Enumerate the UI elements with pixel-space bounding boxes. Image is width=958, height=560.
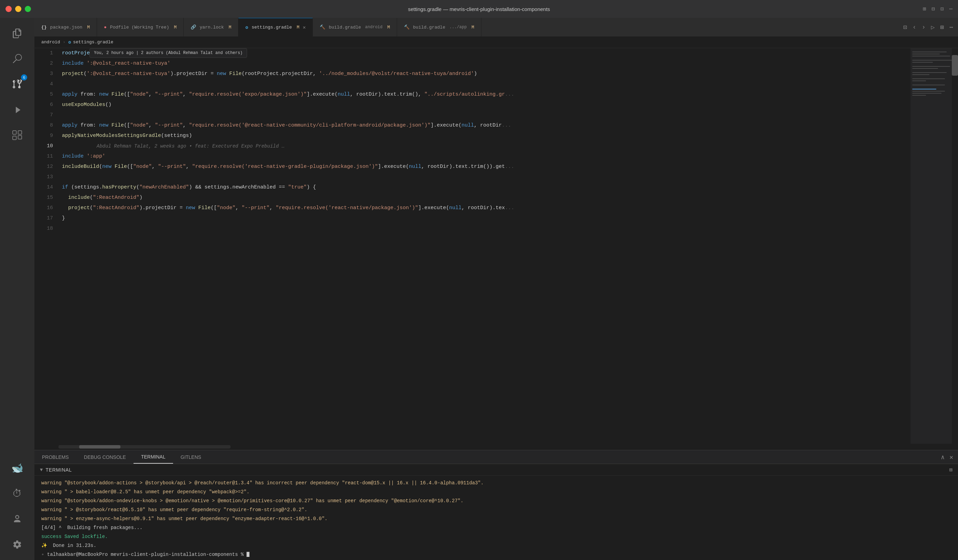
- vertical-scrollbar[interactable]: [952, 48, 958, 444]
- code-line-13: [62, 172, 910, 182]
- svg-rect-8: [912, 72, 947, 73]
- customize-icon[interactable]: ⋯: [949, 5, 953, 13]
- svg-rect-10: [912, 78, 945, 79]
- more-icon[interactable]: ⋯: [948, 22, 955, 32]
- next-icon[interactable]: ›: [920, 22, 927, 32]
- terminal-header: ▼ TERMINAL ⊞: [35, 464, 958, 476]
- code-line-4: [62, 79, 910, 89]
- tab-label-build-gradle-app: build.gradle: [413, 25, 445, 30]
- svg-rect-16: [912, 95, 926, 96]
- tab-modified-settings-gradle: M: [297, 25, 300, 30]
- extensions-icon[interactable]: [5, 123, 29, 147]
- tab-build-gradle-android[interactable]: 🔨 build.gradle android M: [313, 18, 397, 36]
- split-view-icon[interactable]: ⊞: [939, 22, 945, 32]
- tab-yarnlock[interactable]: 🔗 yarn.lock M: [184, 18, 238, 36]
- terminal-line-3: warning "@storybook/addon-ondevice-knobs…: [41, 496, 951, 505]
- h-scrollbar-thumb[interactable]: [79, 445, 121, 449]
- tab-terminal[interactable]: TERMINAL: [133, 450, 173, 464]
- terminal-line-2: warning " > babel-loader@8.2.5" has unme…: [41, 487, 951, 496]
- svg-rect-3: [912, 56, 950, 56]
- tab-debug-console-label: DEBUG CONSOLE: [84, 454, 126, 460]
- tabs-bar: {} package.json M ● Podfile (Working Tre…: [35, 18, 958, 36]
- window-title: settings.gradle — mevris-client-plugin-i…: [408, 6, 550, 12]
- scrollbar-thumb[interactable]: [952, 55, 958, 76]
- svg-rect-9: [912, 74, 929, 75]
- code-content[interactable]: rootProject.name = 'Mevris Installation …: [59, 48, 910, 444]
- line-num-6: 6: [35, 100, 53, 110]
- tab-close-settings-gradle[interactable]: ✕: [303, 24, 306, 30]
- run-debug-icon[interactable]: [5, 98, 29, 122]
- settings-icon[interactable]: [5, 533, 29, 557]
- terminal-title: TERMINAL: [45, 467, 71, 473]
- svg-rect-2: [912, 54, 940, 54]
- activity-bar-bottom: 🐋 ⏱: [5, 456, 29, 560]
- explorer-icon[interactable]: [5, 21, 29, 46]
- line-num-16: 16: [35, 203, 53, 213]
- tab-icon-podfile: ●: [104, 25, 107, 30]
- code-line-11: include ':app': [62, 151, 910, 162]
- layout-icon[interactable]: ⊞: [923, 5, 926, 13]
- horizontal-scrollbar[interactable]: [35, 444, 958, 450]
- panel-icon[interactable]: ⊡: [941, 5, 944, 13]
- account-icon[interactable]: [5, 507, 29, 531]
- timeline-icon[interactable]: ⏱: [5, 482, 29, 506]
- maximize-button[interactable]: [25, 6, 31, 12]
- prev-icon[interactable]: ‹: [911, 22, 918, 32]
- tab-icon-build-gradle-app: 🔨: [404, 24, 409, 30]
- tab-icon-yarnlock: 🔗: [190, 24, 196, 30]
- svg-rect-13: [912, 89, 936, 89]
- panel-maximize-icon[interactable]: ∧: [941, 453, 945, 461]
- docker-icon[interactable]: 🐋: [5, 456, 29, 480]
- tab-gitlens[interactable]: GITLENS: [173, 450, 209, 464]
- settings-gradle-icon: ⚙: [68, 40, 71, 45]
- split-editor-icon[interactable]: ⊡: [902, 22, 909, 32]
- line-num-11: 11: [35, 151, 53, 162]
- svg-rect-7: [912, 68, 938, 69]
- titlebar: settings.gradle — mevris-client-plugin-i…: [0, 0, 958, 18]
- blame-tooltip-text: You, 2 hours ago | 2 authors (Abdul Rehm…: [94, 51, 243, 55]
- breadcrumb-filename: settings.gradle: [73, 40, 113, 45]
- panel: PROBLEMS DEBUG CONSOLE TERMINAL GITLENS …: [35, 450, 958, 560]
- tab-label-podfile: Podfile (Working Tree): [110, 25, 169, 30]
- breadcrumb-android[interactable]: android: [41, 40, 60, 45]
- tab-package-json[interactable]: {} package.json M: [35, 18, 97, 36]
- close-button[interactable]: [5, 6, 12, 12]
- minimap-canvas: [910, 48, 952, 444]
- code-line-6: useExpoModules(): [62, 100, 910, 110]
- tab-problems[interactable]: PROBLEMS: [35, 450, 76, 464]
- tab-icon-build-gradle-android: 🔨: [320, 24, 325, 30]
- code-line-5: apply from: new File(["node", "--print",…: [62, 89, 910, 100]
- line-num-7: 7: [35, 110, 53, 120]
- tab-problems-label: PROBLEMS: [42, 454, 69, 460]
- source-control-icon[interactable]: 6: [5, 72, 29, 96]
- tab-terminal-label: TERMINAL: [141, 454, 165, 460]
- code-line-14: if (settings.hasProperty("newArchEnabled…: [62, 182, 910, 193]
- code-line-15: include(":ReactAndroid"): [62, 193, 910, 203]
- breadcrumb-settings-gradle[interactable]: ⚙ settings.gradle: [68, 40, 113, 45]
- h-scrollbar-track: [59, 445, 230, 449]
- panel-close-icon[interactable]: ✕: [949, 453, 953, 461]
- play-icon[interactable]: ▷: [929, 22, 936, 32]
- terminal-collapse-icon[interactable]: ▼: [40, 467, 43, 473]
- tab-label-settings-gradle: settings.gradle: [252, 25, 292, 30]
- code-editor[interactable]: 1 2 3 4 5 6 7 8 9 10 11 12 13 14 15 16 1: [35, 48, 958, 444]
- terminal-expand-icon[interactable]: ⊞: [949, 467, 953, 473]
- tab-podfile[interactable]: ● Podfile (Working Tree) M: [97, 18, 184, 36]
- svg-rect-0: [910, 48, 952, 444]
- tab-build-gradle-app[interactable]: 🔨 build.gradle .../app M: [397, 18, 481, 36]
- minimize-button[interactable]: [15, 6, 21, 12]
- svg-rect-6: [912, 66, 950, 67]
- tabs-actions: ⊡ ‹ › ▷ ⊞ ⋯: [898, 18, 958, 36]
- tab-modified-podfile: M: [174, 25, 177, 30]
- line-num-3: 3: [35, 69, 53, 79]
- line-num-5: 5: [35, 89, 53, 100]
- tab-debug-console[interactable]: DEBUG CONSOLE: [76, 450, 133, 464]
- split-icon[interactable]: ⊟: [931, 5, 935, 13]
- search-sidebar-icon[interactable]: [5, 47, 29, 71]
- terminal-line-6: [4/4] ^ Building fresh packages...: [41, 523, 951, 532]
- tab-settings-gradle[interactable]: ⚙ settings.gradle M ✕: [238, 18, 313, 36]
- line-num-9: 9: [35, 131, 53, 141]
- tab-icon-package-json: {}: [41, 25, 47, 30]
- tab-modified-yarnlock: M: [229, 25, 232, 30]
- terminal-content[interactable]: warning "@storybook/addon-actions > @sto…: [35, 476, 958, 560]
